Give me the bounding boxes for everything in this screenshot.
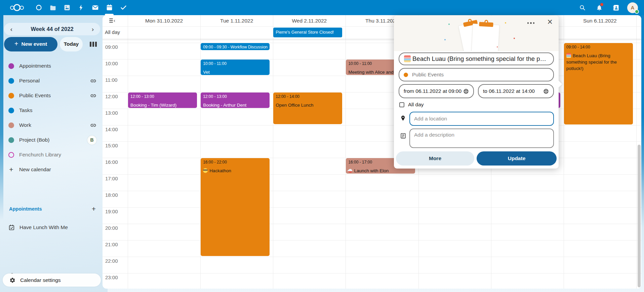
week-view-columns-icon[interactable] [90, 42, 97, 47]
calendar-grid[interactable]: 09:0010:0011:0012:0013:0014:0015:0016:00… [103, 39, 641, 289]
view-toggle-icon[interactable]: ‹ [109, 19, 115, 23]
appointments-section-header: Appointments + [0, 202, 103, 216]
add-appointment-config-icon[interactable]: + [92, 205, 96, 213]
event-time: 16:00 - 22:00 [203, 160, 267, 165]
more-button[interactable]: More [396, 151, 474, 166]
event-title: Open Office Lunch [276, 102, 340, 108]
hour-label: 19:00 [105, 209, 118, 214]
grid-line [273, 15, 273, 289]
calendar-picker[interactable]: Public Events [399, 68, 554, 81]
search-icon[interactable] [577, 0, 588, 15]
photos-icon[interactable] [60, 0, 74, 15]
scrollbar-thumb[interactable] [638, 145, 641, 287]
calendar-event[interactable]: 10:00 - 11:00Vet [201, 60, 270, 75]
calendar-owner-badge: B [87, 136, 96, 145]
active-app-indicator [105, 14, 114, 15]
close-icon[interactable]: × [547, 17, 553, 27]
end-date-field[interactable]: to 06.11.2022 at 14:00 [478, 84, 554, 98]
more-options-icon[interactable] [527, 22, 535, 24]
calendar-event[interactable]: 12:00 - 13:00Booking - Tim (Wizard) [128, 93, 197, 108]
dashboard-icon[interactable] [32, 0, 46, 15]
share-link-icon[interactable] [90, 78, 96, 84]
day-header: Mon 31.10.2022 [128, 15, 200, 26]
description-icon [399, 133, 407, 139]
user-avatar[interactable]: A [627, 2, 638, 13]
update-button[interactable]: Update [477, 151, 557, 166]
contacts-icon[interactable] [610, 0, 622, 15]
calendar-list-item[interactable]: Personal [0, 73, 103, 88]
rocket-emoji [348, 168, 353, 174]
previous-week-button[interactable]: ‹ [4, 23, 19, 35]
calendar-list-item[interactable]: Work [0, 118, 103, 133]
next-week-button[interactable]: › [85, 23, 100, 35]
app-navigation [32, 0, 130, 15]
calendar-event[interactable]: 09:00 - 09:30 - Workflow Discussion [201, 43, 270, 50]
topbar: A [0, 0, 644, 15]
hour-label: 13:00 [105, 110, 118, 116]
beach-umbrella-emoji [566, 53, 571, 58]
hour-label: 10:00 [105, 61, 118, 66]
share-link-icon[interactable] [90, 122, 96, 129]
calendar-settings-button[interactable]: Calendar settings [3, 273, 101, 287]
calendar-list-item[interactable]: Project (Bob)B [0, 133, 103, 147]
timezone-globe-icon [543, 88, 549, 94]
calendar-event[interactable]: 09:00 - 14:00Beach Luau (Bring something… [564, 43, 633, 124]
hour-label: 14:00 [105, 126, 118, 132]
sidebar: ‹ Week 44 of 2022 › + New event Today Ap… [0, 15, 108, 292]
calendar-list-item[interactable]: Fenchurch Library [0, 147, 103, 162]
new-calendar-button[interactable]: + New calendar [0, 162, 103, 177]
event-title-input[interactable] [412, 55, 549, 63]
activity-icon[interactable] [74, 0, 88, 15]
share-link-icon[interactable] [90, 93, 96, 99]
all-day-separator [103, 39, 641, 39]
event-title: Booking - Arthur Dent [203, 102, 267, 108]
mail-icon[interactable] [88, 0, 102, 15]
calendar-color-dot [8, 152, 14, 158]
sidebar-actions: + New event Today [4, 37, 102, 51]
all-day-event[interactable]: Pierre's General Store Closed! [273, 28, 342, 37]
beach-umbrella-emoji [404, 56, 411, 62]
appointment-config-item[interactable]: Have Lunch With Me [0, 220, 103, 234]
calendar-color-dot [8, 63, 14, 69]
notifications-bell-icon[interactable] [594, 0, 605, 15]
event-title: Vet [203, 69, 267, 75]
calendar-color-dot [8, 137, 14, 143]
calendar-name: Project (Bob) [19, 137, 49, 143]
event-editor-popup: × Public Events from 06.11.2022 at 09:00… [394, 15, 559, 169]
today-button[interactable]: Today [60, 37, 83, 51]
event-title: Beach Luau (Bring something special for … [566, 52, 631, 72]
day-header: Sun 6.11.2022 [564, 15, 636, 26]
description-input[interactable] [414, 132, 549, 145]
calendar-list-item[interactable]: Public Events [0, 88, 103, 103]
event-title-field [399, 52, 554, 65]
calendar-color-dot [8, 93, 14, 99]
files-icon[interactable] [46, 0, 60, 15]
calendar-icon[interactable] [102, 0, 116, 15]
calendar-event[interactable]: 12:00 - 14:00Open Office Lunch [273, 93, 342, 124]
calendar-name: Work [19, 122, 31, 128]
calendar-color-dot [8, 78, 14, 84]
clipboard-graphic [471, 24, 500, 51]
calendar-list-item[interactable]: Appointments [0, 59, 103, 73]
hour-label: 15:00 [105, 143, 118, 148]
location-field [409, 112, 554, 126]
location-input[interactable] [414, 116, 549, 122]
calendar-event[interactable]: 16:00 - 22:00Hackathon [201, 158, 270, 256]
tasks-icon[interactable] [116, 0, 130, 15]
all-day-checkbox[interactable]: All day [399, 102, 424, 108]
event-title: Hackathon [203, 168, 267, 174]
new-event-button[interactable]: + New event [4, 37, 57, 51]
calendar-name: Fenchurch Library [19, 152, 61, 158]
calendar-name: Tasks [19, 107, 33, 113]
grid-line [636, 15, 637, 289]
nextcloud-logo[interactable] [7, 0, 27, 15]
hour-label: 21:00 [105, 242, 118, 247]
event-title: Booking - Tim (Wizard) [130, 102, 195, 108]
avatar-initial: A [631, 5, 635, 10]
day-header: Wed 2.11.2022 [273, 15, 346, 26]
start-date-field[interactable]: from 06.11.2022 at 09:00 [399, 84, 474, 98]
topbar-actions: A [577, 0, 644, 15]
event-time-title: 09:00 - 09:30 - Workflow Discussion [203, 45, 267, 49]
calendar-event[interactable]: 12:00 - 13:00Booking - Arthur Dent [201, 93, 270, 108]
calendar-list-item[interactable]: Tasks [0, 103, 103, 118]
